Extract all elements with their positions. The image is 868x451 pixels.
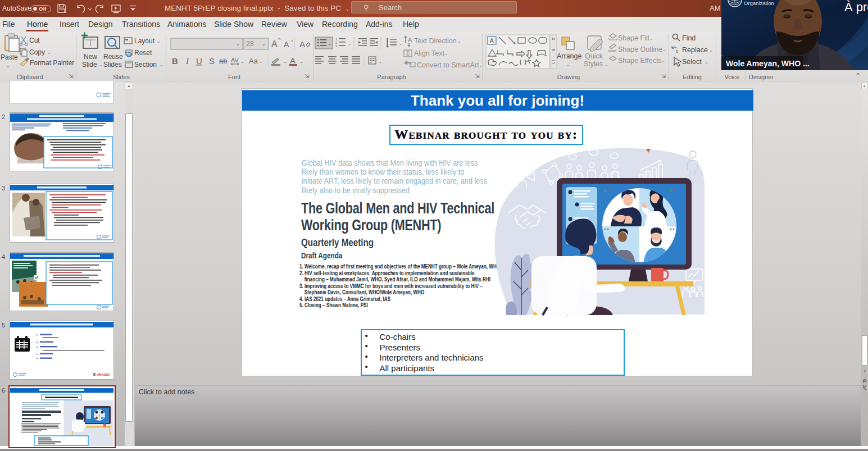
svg-text:Reuse: Reuse <box>103 53 123 61</box>
svg-text:Slide: Slide <box>82 61 97 69</box>
svg-text:⌄: ⌄ <box>399 41 402 46</box>
svg-text:Replace: Replace <box>682 46 708 54</box>
svg-text:B: B <box>172 56 178 66</box>
svg-text:UNAIDS: UNAIDS <box>97 373 110 376</box>
svg-text:⌄: ⌄ <box>566 62 570 67</box>
svg-text:AV: AV <box>231 57 239 63</box>
svg-text:⌄: ⌄ <box>661 58 665 63</box>
svg-text:⌄: ⌄ <box>240 59 244 64</box>
svg-text:28: 28 <box>246 40 254 48</box>
svg-text:Wole Ameyan, WHO ...: Wole Ameyan, WHO ... <box>726 59 810 68</box>
svg-text:⌄: ⌄ <box>662 47 666 52</box>
svg-text:Layout: Layout <box>134 37 155 45</box>
svg-text:⌄: ⌄ <box>348 41 351 46</box>
svg-text:A: A <box>299 39 305 49</box>
svg-text:Aa: Aa <box>249 57 258 65</box>
svg-text:À pro: À pro <box>844 0 868 14</box>
svg-text:⌄: ⌄ <box>236 42 240 47</box>
svg-text:⌄: ⌄ <box>160 62 163 67</box>
svg-text:Align Text: Align Text <box>414 49 444 57</box>
svg-text:Select: Select <box>682 58 702 66</box>
svg-text:Reset: Reset <box>134 49 152 57</box>
svg-text:ab: ab <box>219 57 227 65</box>
svg-text:Cut: Cut <box>29 37 40 44</box>
svg-text:⌄: ⌄ <box>328 41 331 46</box>
svg-text:Shape Outline: Shape Outline <box>618 45 662 53</box>
svg-text:Format Painter: Format Painter <box>30 59 74 67</box>
svg-text:Styles: Styles <box>584 60 603 68</box>
svg-text:⌄: ⌄ <box>457 39 461 44</box>
svg-text:A: A <box>290 56 296 65</box>
svg-text:Text Direction: Text Direction <box>414 37 457 45</box>
svg-text:⌄: ⌄ <box>444 51 448 56</box>
svg-text:S: S <box>209 56 215 66</box>
svg-text:U: U <box>196 56 202 66</box>
svg-text:A: A <box>284 40 289 49</box>
svg-text:⌄: ⌄ <box>290 37 294 43</box>
svg-text:I: I <box>185 57 189 66</box>
svg-text:Find: Find <box>682 34 696 42</box>
svg-text:c: c <box>676 48 679 54</box>
svg-text:⌄: ⌄ <box>6 63 10 69</box>
svg-text:Convert to SmartArt: Convert to SmartArt <box>417 61 479 69</box>
svg-text:⌄: ⌄ <box>157 39 161 44</box>
svg-text:Organization: Organization <box>744 0 774 6</box>
svg-text:Paste: Paste <box>1 53 18 61</box>
svg-text:⌄: ⌄ <box>99 62 103 67</box>
svg-text:Quick: Quick <box>585 52 603 60</box>
svg-text:Shape Effects: Shape Effects <box>618 57 662 65</box>
svg-text:⌄: ⌄ <box>283 59 287 64</box>
svg-text:⌄: ⌄ <box>379 59 382 64</box>
svg-text:⌄: ⌄ <box>262 42 266 47</box>
svg-text:⌄: ⌄ <box>47 50 51 55</box>
svg-text:A: A <box>490 38 494 44</box>
svg-text:⌄: ⌄ <box>479 63 483 68</box>
svg-text:Arrange: Arrange <box>557 52 582 60</box>
svg-text:Section: Section <box>134 61 157 69</box>
svg-text:⌄: ⌄ <box>705 60 708 65</box>
svg-text:⌄: ⌄ <box>299 59 303 64</box>
svg-text:⌄: ⌄ <box>649 36 653 41</box>
svg-text:⌄: ⌄ <box>605 62 608 67</box>
svg-text:⌄: ⌄ <box>259 59 263 64</box>
svg-text:Copy: Copy <box>29 48 45 56</box>
svg-text:3: 3 <box>335 44 338 48</box>
svg-text:Shape Fill: Shape Fill <box>618 34 649 42</box>
svg-text:^: ^ <box>278 37 281 43</box>
svg-text:A: A <box>271 39 278 49</box>
svg-text:Slides: Slides <box>103 61 122 69</box>
svg-text:New: New <box>84 53 97 61</box>
svg-text:A: A <box>408 37 412 43</box>
svg-text:⌄: ⌄ <box>709 48 713 53</box>
